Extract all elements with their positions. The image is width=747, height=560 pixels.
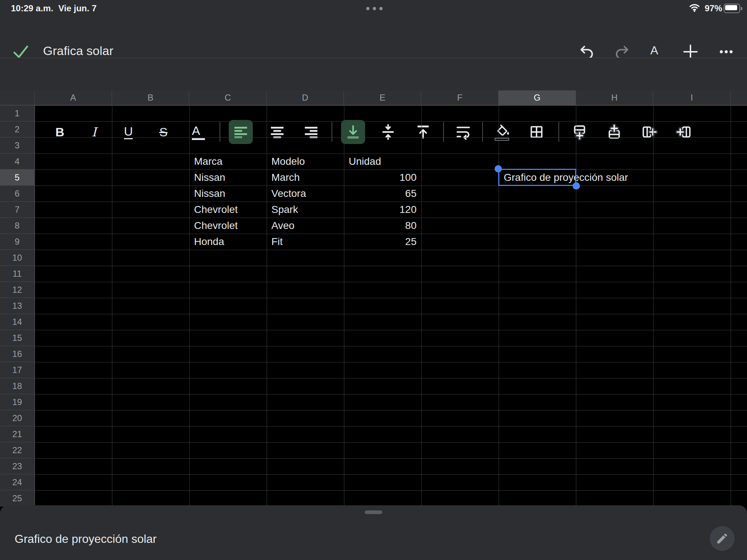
- document-title[interactable]: Grafica solar: [43, 44, 113, 58]
- dot-icon: [366, 7, 369, 10]
- status-time: 10:29 a.m.: [11, 0, 53, 15]
- status-bar: 10:29 a.m. Vie jun. 7 97%: [0, 0, 747, 15]
- column-header-A[interactable]: A: [35, 90, 112, 105]
- cell-E7[interactable]: 120: [344, 202, 421, 218]
- wifi-icon: [689, 3, 700, 12]
- drag-handle[interactable]: [365, 510, 382, 514]
- column-header-I[interactable]: I: [653, 90, 731, 105]
- column-header-D[interactable]: D: [267, 90, 344, 105]
- selection-border: [498, 169, 576, 186]
- row-header-1[interactable]: 1: [0, 105, 35, 121]
- selection-handle-bottom-right[interactable]: [573, 182, 580, 190]
- row-header-23[interactable]: 23: [0, 458, 35, 474]
- cell-C4[interactable]: Marca: [189, 153, 267, 170]
- cell-D5[interactable]: March: [267, 170, 344, 186]
- title-bar: Grafica solar A: [0, 15, 747, 58]
- cell-E5[interactable]: 100: [344, 170, 421, 186]
- cell-C7[interactable]: Chevrolet: [189, 202, 267, 218]
- row-header-12[interactable]: 12: [0, 282, 35, 298]
- multitasking-indicator-icon[interactable]: [366, 7, 383, 10]
- row-header-7[interactable]: 7: [0, 202, 35, 218]
- column-header-partial: [731, 90, 747, 105]
- row-header-14[interactable]: 14: [0, 314, 35, 330]
- cell-C5[interactable]: Nissan: [189, 170, 267, 186]
- row-header-20[interactable]: 20: [0, 410, 35, 426]
- cell-C9[interactable]: Honda: [189, 234, 267, 250]
- cell-C8[interactable]: Chevrolet: [189, 218, 267, 234]
- row-header-19[interactable]: 19: [0, 394, 35, 410]
- row-header-10[interactable]: 10: [0, 250, 35, 266]
- dot-icon: [373, 7, 376, 10]
- pencil-icon: [716, 532, 729, 545]
- dot-icon: [379, 7, 383, 10]
- row-header-18[interactable]: 18: [0, 378, 35, 394]
- row-header-21[interactable]: 21: [0, 426, 35, 442]
- text-format-icon: A: [650, 44, 663, 59]
- formula-bottom-sheet: Grafico de proyección solar: [0, 505, 747, 560]
- row-header-13[interactable]: 13: [0, 298, 35, 314]
- row-header-16[interactable]: 16: [0, 346, 35, 362]
- row-header-4[interactable]: 4: [0, 153, 35, 170]
- column-header-F[interactable]: F: [421, 90, 499, 105]
- row-header-3[interactable]: 3: [0, 137, 35, 153]
- cell-E4[interactable]: Unidad: [344, 153, 421, 170]
- battery-percent: 97%: [705, 0, 722, 15]
- row-header-8[interactable]: 8: [0, 218, 35, 234]
- row-header-15[interactable]: 15: [0, 330, 35, 346]
- battery-icon: [724, 4, 742, 13]
- row-header-25[interactable]: 25: [0, 490, 35, 506]
- column-header-B[interactable]: B: [112, 90, 189, 105]
- row-header-2[interactable]: 2: [0, 121, 35, 137]
- row-header-24[interactable]: 24: [0, 474, 35, 490]
- formula-bar-value[interactable]: Grafico de proyección solar: [15, 531, 157, 547]
- cell-E6[interactable]: 65: [344, 186, 421, 202]
- cell-E9[interactable]: 25: [344, 234, 421, 250]
- column-header-C[interactable]: C: [189, 90, 267, 105]
- cell-C6[interactable]: Nissan: [189, 186, 267, 202]
- row-header-6[interactable]: 6: [0, 186, 35, 202]
- cell-D8[interactable]: Aveo: [267, 218, 344, 234]
- column-header-H[interactable]: H: [576, 90, 653, 105]
- cell-D9[interactable]: Fit: [267, 234, 344, 250]
- select-all-corner[interactable]: [0, 90, 35, 105]
- cell-D7[interactable]: Spark: [267, 202, 344, 218]
- cell-E8[interactable]: 80: [344, 218, 421, 234]
- row-header-11[interactable]: 11: [0, 266, 35, 282]
- cell-D6[interactable]: Vectora: [267, 186, 344, 202]
- row-header-9[interactable]: 9: [0, 234, 35, 250]
- google-sheets-app: 10:29 a.m. Vie jun. 7 97%: [0, 0, 747, 560]
- column-header-G[interactable]: G: [499, 90, 576, 105]
- row-header-22[interactable]: 22: [0, 442, 35, 458]
- cell-D4[interactable]: Modelo: [267, 153, 344, 170]
- formatting-toolbar: B I U S A: [0, 58, 747, 91]
- row-header-17[interactable]: 17: [0, 362, 35, 378]
- column-header-E[interactable]: E: [344, 90, 421, 105]
- selection-handle-top-left[interactable]: [495, 165, 502, 172]
- status-date: Vie jun. 7: [58, 0, 97, 15]
- edit-button[interactable]: [710, 526, 735, 551]
- row-header-5[interactable]: 5: [0, 170, 35, 186]
